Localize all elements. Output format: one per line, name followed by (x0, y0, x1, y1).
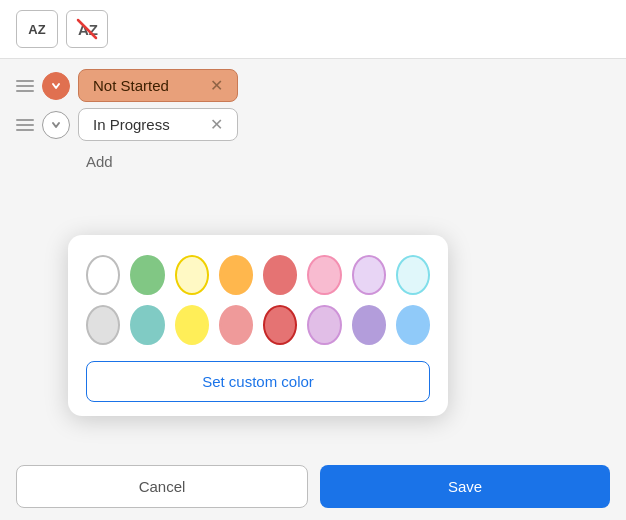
color-swatch-lavender[interactable] (307, 305, 341, 345)
color-swatch-salmon[interactable] (219, 305, 253, 345)
cancel-button[interactable]: Cancel (16, 465, 308, 508)
color-swatch-yellow[interactable] (175, 305, 209, 345)
tag-row-1: Not Started ✕ (16, 69, 610, 102)
tag-rows: Not Started ✕ In Progress ✕ (0, 59, 626, 186)
color-swatch-pink[interactable] (307, 255, 341, 295)
save-button[interactable]: Save (320, 465, 610, 508)
set-custom-color-button[interactable]: Set custom color (86, 361, 430, 402)
color-swatch-light-yellow[interactable] (175, 255, 209, 295)
color-swatch-orange[interactable] (219, 255, 253, 295)
color-picker-popup: Set custom color (68, 235, 448, 416)
tag-chip-close-1[interactable]: ✕ (210, 76, 223, 95)
no-sort-icon: AZ (76, 18, 98, 40)
tag-chip-close-2[interactable]: ✕ (210, 115, 223, 134)
cancel-label: Cancel (139, 478, 186, 495)
save-label: Save (448, 478, 482, 495)
tag-chip-label-2: In Progress (93, 116, 170, 133)
toolbar: AZ AZ (0, 0, 626, 59)
color-swatch-light-purple[interactable] (352, 255, 386, 295)
color-swatch-blue[interactable] (396, 305, 430, 345)
tag-chip-in-progress[interactable]: In Progress ✕ (78, 108, 238, 141)
add-row: Add (16, 147, 610, 176)
drag-handle-2[interactable] (16, 119, 34, 131)
color-swatch-green[interactable] (130, 255, 164, 295)
color-swatch-teal[interactable] (130, 305, 164, 345)
color-row-1 (86, 255, 430, 295)
color-swatch-light-cyan[interactable] (396, 255, 430, 295)
color-swatch-dark-red[interactable] (263, 305, 297, 345)
drag-handle-1[interactable] (16, 80, 34, 92)
az-sort-button[interactable]: AZ (16, 10, 58, 48)
color-swatch-white[interactable] (86, 255, 120, 295)
tag-chip-not-started[interactable]: Not Started ✕ (78, 69, 238, 102)
set-custom-color-label: Set custom color (202, 373, 314, 390)
color-circle-1[interactable] (42, 72, 70, 100)
no-sort-button[interactable]: AZ (66, 10, 108, 48)
az-icon: AZ (28, 22, 45, 37)
color-circle-2[interactable] (42, 111, 70, 139)
color-grid (86, 255, 430, 345)
color-swatch-red[interactable] (263, 255, 297, 295)
tag-row-2: In Progress ✕ (16, 108, 610, 141)
color-swatch-light-gray[interactable] (86, 305, 120, 345)
color-row-2 (86, 305, 430, 345)
tag-chip-label: Not Started (93, 77, 169, 94)
color-swatch-purple[interactable] (352, 305, 386, 345)
add-tag-label[interactable]: Add (86, 153, 113, 170)
bottom-bar: Cancel Save (0, 453, 626, 520)
chevron-down-icon-2 (51, 120, 61, 130)
main-container: AZ AZ Not Started ✕ (0, 0, 626, 520)
chevron-down-icon (51, 81, 61, 91)
